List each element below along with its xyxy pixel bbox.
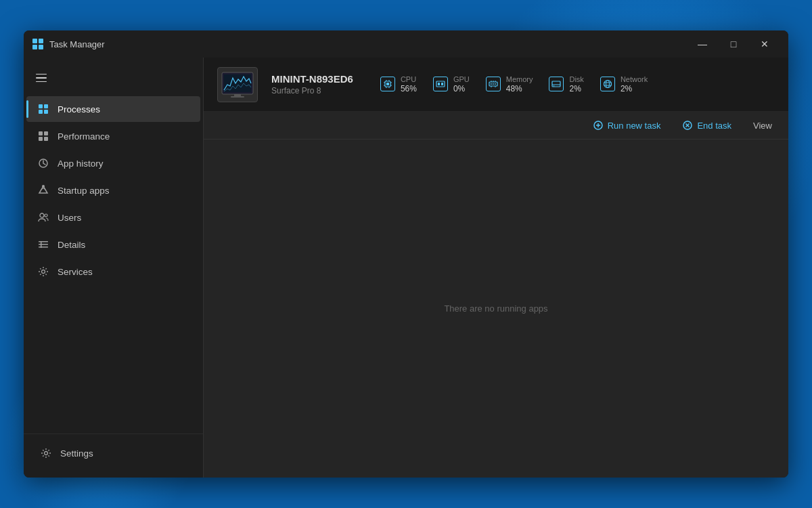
svg-rect-36 [436,81,445,87]
settings-icon [40,447,52,459]
network-info: Network 2% [621,75,648,94]
svg-rect-16 [39,241,48,242]
startup-apps-label: Startup apps [58,186,110,196]
sidebar-item-services[interactable]: Services [26,259,200,284]
sidebar-item-details[interactable]: Details [26,232,200,257]
window-controls: — □ ✕ [687,30,780,58]
svg-rect-1 [39,39,43,43]
svg-rect-8 [39,131,43,135]
content-toolbar: Run new task End task View [204,112,788,140]
sidebar: Processes Performance [24,58,203,478]
network-label: Network [621,75,648,84]
svg-rect-6 [39,110,43,114]
end-task-icon [682,120,693,131]
minimize-button[interactable]: — [687,30,718,58]
svg-point-21 [45,452,48,455]
sidebar-item-app-history[interactable]: App history [26,150,200,176]
machine-model: Surface Pro 8 [271,86,353,96]
memory-value: 48% [506,84,533,93]
hamburger-button[interactable] [32,66,56,90]
svg-rect-24 [234,94,241,96]
svg-rect-23 [224,75,251,92]
details-label: Details [58,240,85,250]
startup-icon [37,184,49,196]
svg-point-13 [42,185,45,188]
machine-icon [217,67,258,102]
task-manager-window: Task Manager — □ ✕ [24,30,788,478]
sidebar-item-settings[interactable]: Settings [29,440,198,466]
gpu-info: GPU 0% [453,75,470,94]
processes-icon [37,103,49,115]
svg-rect-41 [493,83,494,85]
window-title: Task Manager [49,39,105,49]
sidebar-item-performance[interactable]: Performance [26,123,200,149]
svg-rect-42 [495,83,496,85]
disk-info: Disk 2% [569,75,583,94]
sidebar-item-users[interactable]: Users [26,205,200,230]
content-header: MININT-N893ED6 Surface Pro 8 [204,58,788,112]
svg-rect-11 [44,137,48,141]
users-label: Users [58,213,81,223]
end-task-button[interactable]: End task [677,117,737,133]
run-new-task-label: Run new task [608,121,661,131]
cpu-icon [380,77,395,91]
run-new-task-icon [593,120,604,131]
services-label: Services [58,267,93,277]
gpu-icon [433,77,448,91]
svg-rect-10 [39,137,43,141]
sidebar-top [24,63,203,96]
metric-cpu: CPU 56% [380,75,417,94]
maximize-button[interactable]: □ [718,30,749,58]
cpu-label: CPU [401,75,417,84]
sidebar-item-startup-apps[interactable]: Startup apps [26,177,200,203]
svg-point-50 [554,86,555,87]
svg-rect-18 [39,247,48,248]
svg-rect-7 [44,110,48,114]
content-area: MININT-N893ED6 Surface Pro 8 [203,58,788,478]
svg-rect-40 [491,83,492,85]
app-icon [32,38,44,50]
svg-point-15 [45,214,47,217]
title-bar: Task Manager — □ ✕ [24,30,788,58]
svg-rect-27 [386,83,389,85]
metric-network: Network 2% [600,75,648,94]
close-button[interactable]: ✕ [749,30,780,58]
app-history-label: App history [58,158,104,169]
hamburger-line-1 [36,74,47,75]
svg-rect-19 [41,241,42,248]
svg-rect-9 [44,131,48,135]
performance-label: Performance [58,131,110,142]
svg-rect-38 [441,83,443,85]
view-button[interactable]: View [748,118,777,133]
app-history-icon [37,157,49,169]
metric-disk: Disk 2% [549,75,583,94]
sidebar-bottom: Settings [24,433,203,472]
svg-rect-17 [39,244,48,245]
users-icon [37,211,49,224]
machine-name: MININT-N893ED6 [271,73,353,85]
end-task-label: End task [697,121,731,131]
disk-icon [549,77,564,91]
main-layout: Processes Performance [24,58,788,478]
settings-label: Settings [60,448,93,459]
details-icon [37,238,49,251]
hamburger-line-2 [36,77,47,79]
sidebar-item-processes[interactable]: Processes [26,96,200,122]
gpu-label: GPU [453,75,470,84]
processes-label: Processes [58,104,100,114]
svg-rect-0 [32,39,37,43]
network-value: 2% [621,84,648,93]
disk-value: 2% [569,84,583,93]
cpu-value: 56% [401,84,417,93]
run-new-task-button[interactable]: Run new task [587,117,667,133]
svg-rect-2 [32,45,37,49]
metric-memory: Memory 48% [486,75,533,94]
svg-rect-37 [438,83,440,85]
svg-rect-25 [231,96,244,98]
title-bar-left: Task Manager [32,38,105,50]
hamburger-line-3 [36,81,47,83]
svg-point-52 [606,81,609,88]
disk-label: Disk [569,75,583,84]
metrics-bar: CPU 56% [380,75,648,94]
nav-items: Processes Performance [24,96,203,433]
